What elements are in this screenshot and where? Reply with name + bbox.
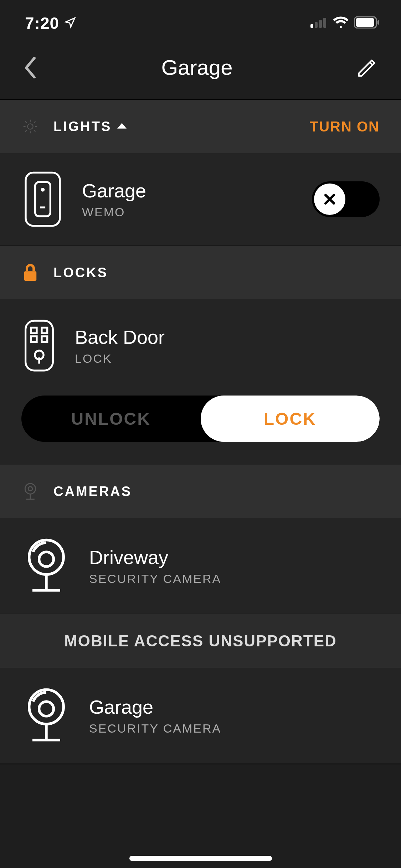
svg-rect-18: [26, 172, 60, 226]
locks-section-header[interactable]: LOCKS: [0, 246, 401, 299]
svg-rect-26: [31, 327, 37, 333]
camera-device-icon: [21, 685, 71, 746]
status-right: [310, 16, 380, 30]
svg-rect-28: [31, 336, 37, 342]
svg-line-15: [25, 130, 27, 131]
svg-point-37: [39, 552, 54, 567]
nav-header: Garage: [0, 36, 401, 100]
page-title: Garage: [161, 55, 232, 80]
cameras-section-header[interactable]: CAMERAS: [0, 465, 401, 518]
unlock-button[interactable]: UNLOCK: [21, 396, 201, 442]
svg-marker-17: [117, 123, 127, 129]
svg-rect-5: [356, 18, 374, 27]
x-icon: [323, 192, 337, 206]
svg-line-16: [34, 122, 35, 123]
svg-point-21: [42, 189, 43, 191]
garage-light-toggle[interactable]: [312, 181, 380, 217]
home-indicator[interactable]: [129, 856, 272, 861]
mobile-unsupported-banner: MOBILE ACCESS UNSUPPORTED: [0, 614, 401, 668]
device-name: Back Door: [75, 326, 165, 348]
lights-section-header[interactable]: LIGHTS TURN ON: [0, 100, 401, 153]
sun-icon: [21, 118, 39, 135]
svg-point-33: [28, 487, 32, 491]
camera-icon: [21, 482, 39, 500]
svg-rect-0: [310, 24, 313, 28]
device-name: Garage: [89, 696, 221, 718]
svg-rect-19: [35, 182, 51, 216]
status-left: 7:20: [25, 14, 76, 33]
camera-device-icon: [21, 536, 71, 596]
battery-icon: [354, 16, 380, 30]
device-row-driveway-camera[interactable]: Driveway SECURITY CAMERA: [0, 518, 401, 614]
device-row-garage-camera[interactable]: Garage SECURITY CAMERA: [0, 668, 401, 764]
lights-turn-on-button[interactable]: TURN ON: [310, 119, 380, 135]
svg-rect-1: [315, 22, 318, 28]
wifi-icon: [333, 16, 349, 30]
cell-signal-icon: [310, 17, 328, 29]
lock-icon: [21, 264, 39, 281]
svg-line-7: [370, 62, 373, 65]
device-subtype: SECURITY CAMERA: [89, 722, 221, 735]
svg-rect-24: [24, 271, 37, 281]
status-bar: 7:20: [0, 0, 401, 36]
svg-point-40: [29, 690, 64, 724]
svg-point-8: [27, 124, 33, 129]
device-name: Garage: [82, 180, 146, 202]
keypad-lock-icon: [21, 317, 57, 374]
svg-point-36: [29, 540, 64, 575]
svg-rect-6: [377, 20, 379, 25]
device-block-back-door: Back Door LOCK UNLOCK LOCK: [0, 299, 401, 465]
device-subtype: LOCK: [75, 352, 165, 366]
device-row-garage-light[interactable]: Garage WEMO: [0, 153, 401, 246]
status-time: 7:20: [25, 14, 59, 33]
device-subtype: SECURITY CAMERA: [89, 572, 221, 586]
lock-button[interactable]: LOCK: [201, 396, 380, 442]
toggle-knob-off: [314, 184, 345, 215]
chevron-left-icon: [24, 57, 36, 78]
device-row-back-door[interactable]: Back Door LOCK: [21, 314, 380, 378]
edit-button[interactable]: [355, 55, 380, 80]
pencil-icon: [356, 57, 378, 79]
lights-section-label: LIGHTS: [53, 119, 112, 134]
svg-point-41: [39, 702, 54, 716]
locks-section-label: LOCKS: [53, 265, 108, 280]
lock-segmented-control: UNLOCK LOCK: [21, 396, 380, 442]
back-button[interactable]: [21, 53, 39, 82]
svg-rect-27: [42, 327, 47, 333]
home-indicator-wrap: [0, 856, 401, 861]
svg-rect-29: [42, 336, 47, 342]
svg-point-32: [25, 484, 35, 494]
svg-rect-2: [319, 20, 322, 28]
svg-line-14: [34, 130, 35, 131]
location-arrow-icon: [64, 16, 76, 30]
bottom-spacer: [0, 764, 401, 785]
switch-icon: [21, 171, 64, 228]
svg-line-13: [25, 122, 27, 123]
caret-up-icon: [117, 123, 127, 130]
svg-rect-3: [323, 18, 326, 28]
cameras-section-label: CAMERAS: [53, 484, 132, 499]
device-name: Driveway: [89, 546, 221, 568]
device-subtype: WEMO: [82, 205, 146, 219]
